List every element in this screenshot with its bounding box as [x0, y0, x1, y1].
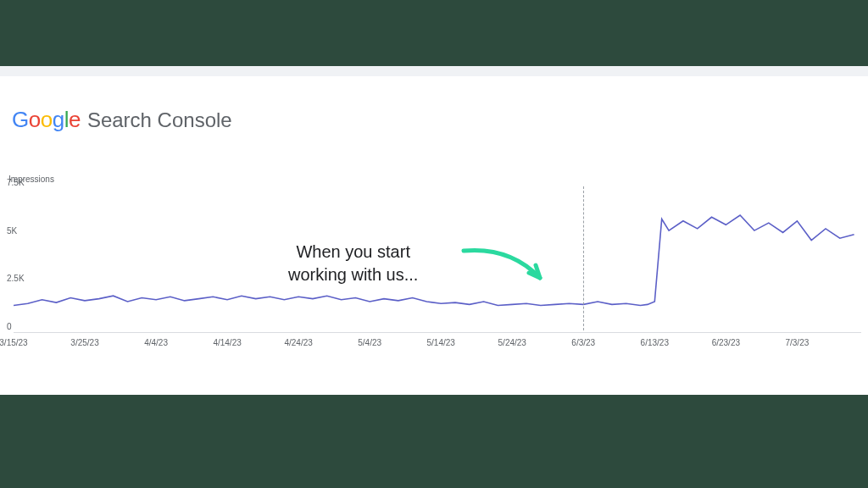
x-tick-label: 6/3/23 [571, 338, 595, 347]
x-tick-label: 6/13/23 [641, 338, 669, 347]
annotation-text: When you start working with us... [288, 241, 418, 286]
x-axis: 3/15/233/25/234/4/234/14/234/24/235/4/23… [14, 332, 861, 366]
x-tick-label: 4/14/23 [213, 338, 241, 347]
annotation-line-1: When you start [288, 241, 418, 263]
annotation-line-2: working with us... [288, 263, 418, 286]
header: Google Search Console [0, 76, 868, 133]
start-marker-line [583, 186, 584, 330]
x-tick-label: 6/23/23 [712, 338, 740, 347]
google-logo: Google [12, 107, 81, 133]
x-tick-label: 3/25/23 [70, 338, 98, 347]
impressions-line [14, 215, 854, 306]
x-tick-label: 4/24/23 [284, 338, 312, 347]
x-tick-label: 7/3/23 [785, 338, 809, 347]
impressions-chart: Impressions 7.5K5K2.5K0 When you start w… [0, 180, 868, 381]
search-console-chart-card: Google Search Console Impressions 7.5K5K… [0, 76, 868, 395]
x-tick-label: 3/15/23 [0, 338, 28, 347]
x-tick-label: 5/24/23 [498, 338, 526, 347]
curved-arrow-icon [459, 242, 561, 293]
y-tick-label: 0 [7, 322, 12, 331]
chart-plot-area [14, 186, 861, 330]
x-tick-label: 4/4/23 [144, 338, 168, 347]
product-name: Search Console [87, 108, 232, 132]
x-tick-label: 5/14/23 [427, 338, 455, 347]
x-tick-label: 5/4/23 [358, 338, 381, 347]
